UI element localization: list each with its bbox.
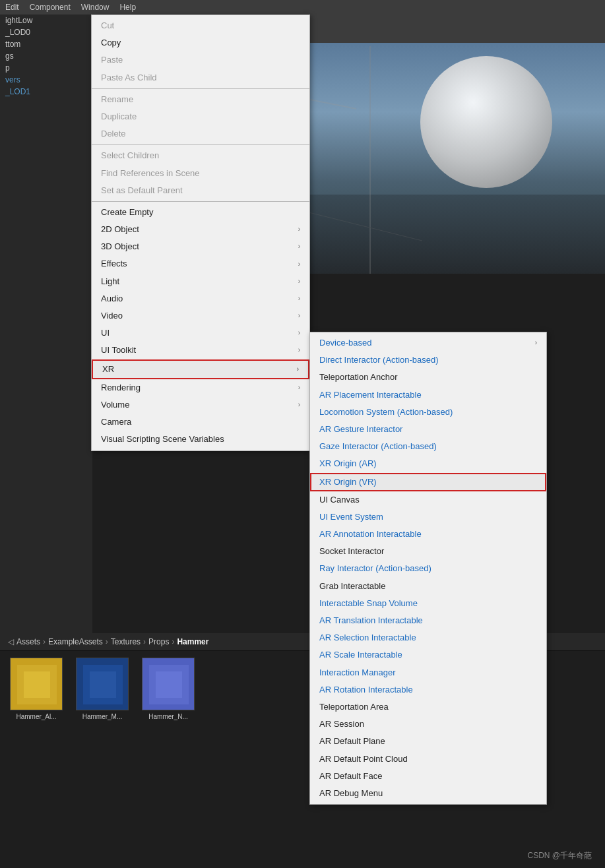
submenu-teleportation-area[interactable]: Teleportation Area <box>310 698 546 716</box>
breadcrumb-arrow[interactable]: ◁ <box>8 637 14 646</box>
menu-audio[interactable]: Audio › <box>92 290 309 307</box>
menu-effects[interactable]: Effects › <box>92 255 309 272</box>
divider-1 <box>92 88 309 89</box>
hierarchy-item[interactable]: ightLow <box>0 15 92 26</box>
menu-rendering[interactable]: Rendering › <box>92 379 309 396</box>
hierarchy-item[interactable]: ttom <box>0 38 92 50</box>
breadcrumb-assets[interactable]: Assets <box>16 637 40 646</box>
hierarchy-item[interactable]: _LOD0 <box>0 26 92 38</box>
menu-select-children[interactable]: Select Children <box>92 147 309 164</box>
submenu-gaze-interactor[interactable]: Gaze Interactor (Action-based) <box>310 438 546 455</box>
menu-create-empty[interactable]: Create Empty <box>92 204 309 221</box>
arrow-icon: › <box>298 346 300 355</box>
menu-2d-object[interactable]: 2D Object › <box>92 221 309 238</box>
submenu-grab-interactable[interactable]: Grab Interactable <box>310 578 546 595</box>
menu-camera[interactable]: Camera <box>92 414 309 431</box>
menu-3d-object[interactable]: 3D Object › <box>92 238 309 255</box>
menu-volume[interactable]: Volume › <box>92 396 309 414</box>
asset-thumbnail <box>10 658 63 710</box>
arrow-icon: › <box>298 225 300 234</box>
menu-paste-as-child[interactable]: Paste As Child <box>92 69 309 86</box>
menu-duplicate[interactable]: Duplicate <box>92 108 309 125</box>
menu-cut[interactable]: Cut <box>92 17 309 34</box>
breadcrumb-textures[interactable]: Textures <box>111 637 141 646</box>
menu-find-references[interactable]: Find References in Scene <box>92 165 309 182</box>
arrow-icon: › <box>535 338 537 348</box>
hierarchy-panel: ightLow _LOD0 ttom gs p vers _LOD1 <box>0 15 92 633</box>
submenu-direct-interactor[interactable]: Direct Interactor (Action-based) <box>310 352 546 369</box>
submenu-device-based[interactable]: Device-based › <box>310 334 546 352</box>
menu-xr[interactable]: XR › <box>92 359 309 379</box>
submenu-ray-interactor[interactable]: Ray Interactor (Action-based) <box>310 560 546 577</box>
menu-set-default-parent[interactable]: Set as Default Parent <box>92 182 309 199</box>
divider-3 <box>92 201 309 202</box>
submenu-ar-annotation[interactable]: AR Annotation Interactable <box>310 526 546 543</box>
menu-ui-toolkit[interactable]: UI Toolkit › <box>92 342 309 359</box>
submenu-socket-interactor[interactable]: Socket Interactor <box>310 543 546 560</box>
submenu-ar-session[interactable]: AR Session <box>310 716 546 733</box>
submenu-ar-selection[interactable]: AR Selection Interactable <box>310 629 546 646</box>
menu-video[interactable]: Video › <box>92 307 309 325</box>
csdn-watermark: CSDN @千年奇葩 <box>527 850 592 861</box>
hierarchy-item[interactable]: p <box>0 62 92 74</box>
menu-delete[interactable]: Delete <box>92 125 309 142</box>
submenu-ar-placement[interactable]: AR Placement Interactable <box>310 387 546 404</box>
submenu-ar-scale[interactable]: AR Scale Interactable <box>310 646 546 664</box>
divider-2 <box>92 144 309 145</box>
menu-ui[interactable]: UI › <box>92 325 309 342</box>
breadcrumb-example-assets[interactable]: ExampleAssets <box>48 637 103 646</box>
submenu-xr-origin-vr[interactable]: XR Origin (VR) <box>310 473 546 491</box>
asset-label: Hammer_M... <box>82 713 123 720</box>
asset-thumbnail <box>142 658 195 710</box>
arrow-icon: › <box>298 383 300 392</box>
submenu-interaction-manager[interactable]: Interaction Manager <box>310 664 546 681</box>
arrow-icon: › <box>298 311 300 321</box>
submenu-teleportation-anchor[interactable]: Teleportation Anchor <box>310 369 546 386</box>
submenu-snap-volume[interactable]: Interactable Snap Volume <box>310 595 546 612</box>
svg-rect-12 <box>156 671 182 698</box>
breadcrumb-current[interactable]: Hammer <box>177 637 208 646</box>
hierarchy-item[interactable]: gs <box>0 50 92 62</box>
submenu-ui-event[interactable]: UI Event System <box>310 509 546 526</box>
submenu-ar-debug-menu[interactable]: AR Debug Menu <box>310 785 546 802</box>
arrow-icon: › <box>298 260 300 269</box>
arrow-icon: › <box>298 328 300 338</box>
arrow-icon: › <box>298 294 300 303</box>
arrow-icon: › <box>298 400 300 410</box>
menu-paste[interactable]: Paste <box>92 51 309 69</box>
svg-rect-1 <box>369 46 371 274</box>
menu-window[interactable]: Window <box>81 3 110 12</box>
submenu-xr-origin-ar[interactable]: XR Origin (AR) <box>310 455 546 472</box>
asset-item-albedo[interactable]: Hammer_Al... <box>7 658 66 720</box>
menu-rename[interactable]: Rename <box>92 91 309 108</box>
arrow-icon: › <box>298 277 300 286</box>
submenu-ar-translation[interactable]: AR Translation Interactable <box>310 612 546 629</box>
submenu-ar-default-plane[interactable]: AR Default Plane <box>310 733 546 750</box>
svg-rect-9 <box>90 671 116 698</box>
asset-label: Hammer_N... <box>148 713 187 720</box>
hierarchy-item[interactable]: _LOD1 <box>0 86 92 98</box>
breadcrumb-props[interactable]: Props <box>148 637 169 646</box>
asset-item-normal[interactable]: Hammer_N... <box>139 658 198 720</box>
menu-visual-scripting[interactable]: Visual Scripting Scene Variables <box>92 431 309 448</box>
asset-thumbnail <box>76 658 129 710</box>
submenu-ar-gesture[interactable]: AR Gesture Interactor <box>310 421 546 438</box>
submenu-locomotion[interactable]: Locomotion System (Action-based) <box>310 404 546 421</box>
arrow-icon: › <box>298 242 300 251</box>
submenu-ar-rotation[interactable]: AR Rotation Interactable <box>310 681 546 698</box>
submenu-ar-default-face[interactable]: AR Default Face <box>310 768 546 785</box>
hierarchy-item[interactable]: vers <box>0 74 92 86</box>
arrow-icon: › <box>297 365 299 374</box>
submenu-ar-point-cloud[interactable]: AR Default Point Cloud <box>310 751 546 768</box>
menu-bar: Edit Component Window Help <box>0 0 605 15</box>
context-menu: Cut Copy Paste Paste As Child Rename Dup… <box>91 15 310 451</box>
svg-rect-6 <box>24 671 50 698</box>
submenu-ui-canvas[interactable]: UI Canvas <box>310 491 546 509</box>
menu-light[interactable]: Light › <box>92 273 309 290</box>
menu-help[interactable]: Help <box>119 3 136 12</box>
asset-label: Hammer_Al... <box>16 713 56 720</box>
asset-item-metallic[interactable]: Hammer_M... <box>73 658 132 720</box>
menu-edit[interactable]: Edit <box>5 3 19 12</box>
menu-component[interactable]: Component <box>30 3 71 12</box>
menu-copy[interactable]: Copy <box>92 34 309 51</box>
